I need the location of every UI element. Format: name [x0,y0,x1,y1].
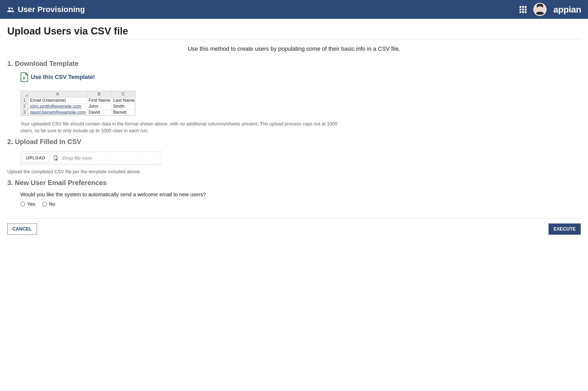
page-title: Upload Users via CSV file [7,26,581,37]
col-letter-a: A [28,91,87,97]
radio-yes[interactable]: Yes [20,201,35,207]
table-cell: Smith [112,104,135,110]
divider [7,39,581,40]
table-cell: david.barrett@example.com [28,110,87,116]
svg-point-1 [11,8,13,9]
table-cell: john.smith@example.com [28,104,87,110]
col-letter-c: C [112,91,135,97]
header-cell: Last Name [112,97,135,104]
upload-button[interactable]: UPLOAD [22,153,49,163]
cancel-button[interactable]: CANCEL [7,223,37,235]
download-template-label: Use this CSV Template! [31,74,95,80]
radio-icon [20,202,25,206]
brand-logo: appian [553,4,581,15]
col-letter-b: B [87,91,112,97]
radio-yes-label: Yes [27,201,35,207]
app-header: User Provisioning appian [0,0,588,19]
radio-icon [42,202,47,206]
csv-preview-table: A B C 1 Email (Username) First Name Last… [20,91,135,116]
radio-no-label: No [49,201,55,207]
page-intro: Use this method to create users by popul… [7,45,581,52]
table-cell: John [87,104,112,110]
drop-hint-text: Drop file here [62,155,92,161]
user-avatar[interactable] [533,3,546,16]
download-template-link[interactable]: X Use this CSV Template! [20,72,95,82]
app-launcher-icon[interactable] [520,6,527,13]
section-1-helper: Your uploaded CSV file should contain da… [20,120,350,134]
header-cell: Email (Username) [28,97,87,104]
radio-no[interactable]: No [42,201,55,207]
file-drop-icon [53,155,59,161]
excel-file-icon: X [20,72,28,82]
email-pref-question: Would you like the system to automatical… [20,192,581,198]
table-cell: Barrett [112,110,135,116]
row-number: 3 [21,110,28,116]
app-title: User Provisioning [18,5,85,14]
section-2-heading: 2. Upload Filled In CSV [7,138,581,146]
section-2-helper: Upload the completed CSV file per the te… [7,168,337,175]
header-cell: First Name [87,97,112,104]
row-number: 2 [21,104,28,110]
users-icon [7,7,14,12]
row-number: 1 [21,97,28,104]
svg-text:X: X [23,76,25,80]
execute-button[interactable]: EXECUTE [549,223,581,235]
form-footer: CANCEL EXECUTE [7,218,581,235]
section-3-heading: 3. New User Email Preferences [7,179,581,187]
file-dropzone[interactable]: UPLOAD Drop file here [20,152,162,165]
table-cell: David [87,110,112,116]
svg-point-0 [8,7,10,9]
section-1-heading: 1. Download Template [7,60,581,68]
